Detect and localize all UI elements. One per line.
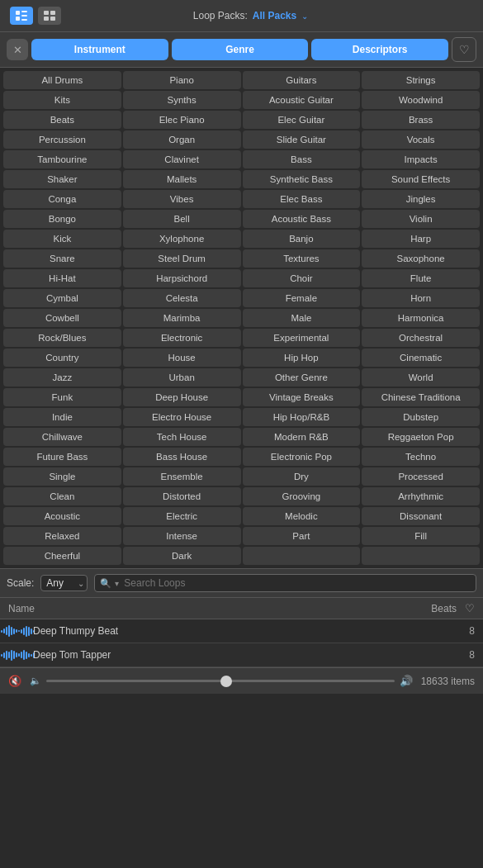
filter-btn[interactable]: Celesta (123, 289, 241, 307)
filter-btn[interactable]: Strings (362, 71, 480, 89)
filter-btn[interactable]: Hip Hop/R&B (243, 408, 361, 426)
tab-descriptors[interactable]: Descriptors (311, 39, 448, 60)
filter-btn[interactable]: Jazz (3, 368, 121, 387)
filter-btn[interactable]: Flute (362, 269, 480, 287)
filter-btn[interactable]: Vocals (362, 130, 480, 149)
filter-btn[interactable]: Intense (123, 527, 241, 545)
filter-btn[interactable]: Choir (243, 269, 361, 287)
filter-btn[interactable]: Horn (362, 289, 480, 307)
filter-btn[interactable]: Clean (3, 487, 121, 505)
filter-btn[interactable]: Distorted (123, 487, 241, 505)
filter-btn[interactable]: Funk (3, 388, 121, 406)
filter-btn[interactable]: Dark (123, 547, 241, 565)
filter-btn[interactable]: Steel Drum (123, 249, 241, 268)
filter-btn[interactable]: Impacts (362, 150, 480, 168)
filter-btn[interactable]: Vibes (123, 190, 241, 208)
filter-btn[interactable]: Harmonica (362, 309, 480, 327)
filter-btn[interactable]: Kick (3, 230, 121, 248)
filter-btn[interactable] (362, 547, 480, 565)
filter-btn[interactable]: Banjo (243, 230, 361, 248)
filter-btn[interactable]: Cinematic (362, 349, 480, 367)
filter-btn[interactable]: Hip Hop (243, 349, 361, 367)
filter-btn[interactable]: Male (243, 309, 361, 327)
filter-btn[interactable]: Acoustic Guitar (243, 91, 361, 109)
favorites-button[interactable]: ♡ (452, 37, 476, 62)
filter-btn[interactable]: Female (243, 289, 361, 307)
filter-btn[interactable]: Tambourine (3, 150, 121, 168)
filter-btn[interactable]: Snare (3, 249, 121, 268)
filter-btn[interactable]: Other Genre (243, 368, 361, 387)
filter-btn[interactable]: Acoustic Bass (243, 210, 361, 228)
tab-genre[interactable]: Genre (172, 39, 309, 60)
filter-btn[interactable]: Arrhythmic (362, 487, 480, 505)
filter-btn[interactable]: Cheerful (3, 547, 121, 565)
filter-btn[interactable]: House (123, 349, 241, 367)
filter-btn[interactable]: Relaxed (3, 527, 121, 545)
filter-btn[interactable]: Bell (123, 210, 241, 228)
filter-btn[interactable]: Cymbal (3, 289, 121, 307)
filter-btn[interactable]: Deep House (123, 388, 241, 406)
search-input[interactable] (124, 577, 471, 589)
mute-icon[interactable]: 🔇 (8, 675, 21, 687)
filter-btn[interactable]: Country (3, 349, 121, 367)
filter-btn[interactable]: Beats (3, 111, 121, 129)
filter-btn[interactable]: Saxophone (362, 249, 480, 268)
filter-btn[interactable]: Processed (362, 467, 480, 486)
filter-btn[interactable]: Modern R&B (243, 428, 361, 446)
filter-btn[interactable]: Electronic Pop (243, 448, 361, 466)
filter-btn[interactable]: Tech House (123, 428, 241, 446)
filter-btn[interactable]: Cowbell (3, 309, 121, 327)
filter-btn[interactable]: Indie (3, 408, 121, 426)
filter-btn[interactable]: Acoustic (3, 507, 121, 525)
filter-btn[interactable]: Kits (3, 91, 121, 109)
filter-btn[interactable]: Electric (123, 507, 241, 525)
filter-btn[interactable]: Techno (362, 448, 480, 466)
filter-btn[interactable]: Organ (123, 130, 241, 149)
filter-btn[interactable]: Electronic (123, 329, 241, 347)
filter-btn[interactable]: Harpsichord (123, 269, 241, 287)
filter-btn[interactable]: Electro House (123, 408, 241, 426)
filter-btn[interactable]: Chillwave (3, 428, 121, 446)
filter-btn[interactable]: Dissonant (362, 507, 480, 525)
filter-btn[interactable]: Bass House (123, 448, 241, 466)
filter-btn[interactable]: Elec Piano (123, 111, 241, 129)
filter-btn[interactable] (243, 547, 361, 565)
filter-btn[interactable]: Marimba (123, 309, 241, 327)
filter-btn[interactable]: Jingles (362, 190, 480, 208)
filter-btn[interactable]: Brass (362, 111, 480, 129)
filter-btn[interactable]: Melodic (243, 507, 361, 525)
tab-instrument[interactable]: Instrument (31, 39, 168, 60)
filter-btn[interactable]: Piano (123, 71, 241, 89)
filter-btn[interactable]: Elec Guitar (243, 111, 361, 129)
filter-btn[interactable]: Slide Guitar (243, 130, 361, 149)
filter-btn[interactable]: Mallets (123, 170, 241, 188)
filter-btn[interactable]: Textures (243, 249, 361, 268)
grid-view-button[interactable] (38, 7, 61, 25)
filter-btn[interactable]: Sound Effects (362, 170, 480, 188)
volume-slider[interactable] (46, 680, 395, 682)
list-view-button[interactable] (10, 7, 33, 25)
filter-btn[interactable]: Experimental (243, 329, 361, 347)
table-row[interactable]: Deep Tom Tapper8 (0, 643, 483, 667)
filter-btn[interactable]: Reggaeton Pop (362, 428, 480, 446)
filter-btn[interactable]: Single (3, 467, 121, 486)
filter-btn[interactable]: Bongo (3, 210, 121, 228)
filter-btn[interactable]: Guitars (243, 71, 361, 89)
filter-btn[interactable]: Fill (362, 527, 480, 545)
filter-btn[interactable]: Elec Bass (243, 190, 361, 208)
filter-btn[interactable]: Conga (3, 190, 121, 208)
filter-btn[interactable]: Clavinet (123, 150, 241, 168)
filter-btn[interactable]: Chinese Traditiona (362, 388, 480, 406)
filter-btn[interactable]: Grooving (243, 487, 361, 505)
filter-btn[interactable]: Urban (123, 368, 241, 387)
filter-btn[interactable]: Hi-Hat (3, 269, 121, 287)
filter-btn[interactable]: Dubstep (362, 408, 480, 426)
filter-btn[interactable]: Woodwind (362, 91, 480, 109)
filter-btn[interactable]: Dry (243, 467, 361, 486)
filter-btn[interactable]: Xylophone (123, 230, 241, 248)
close-filter-button[interactable]: ✕ (7, 39, 28, 60)
filter-btn[interactable]: Part (243, 527, 361, 545)
filter-btn[interactable]: Harp (362, 230, 480, 248)
filter-btn[interactable]: Violin (362, 210, 480, 228)
filter-btn[interactable]: Orchestral (362, 329, 480, 347)
